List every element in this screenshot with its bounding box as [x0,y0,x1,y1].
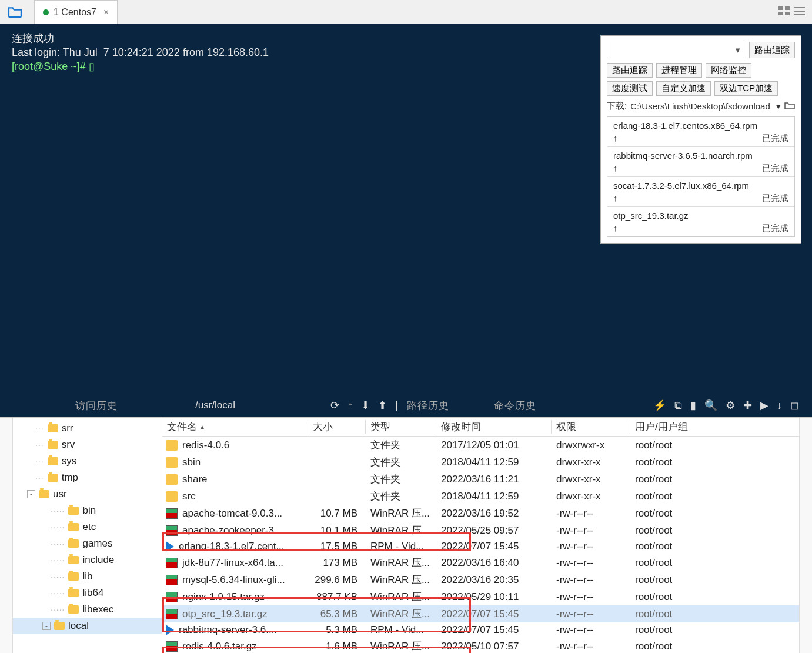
file-row[interactable]: apache-tomcat-9.0.3...10.7 MBWinRAR 压...… [162,505,799,522]
mid-toolbar: 访问历史 /usr/local ⟳ ↑ ⬇ ⬆ | 路径历史 命令历史 ⚡ ⧉ … [0,394,812,417]
col-header-perm[interactable]: 权限 [552,420,630,434]
download-item[interactable]: socat-1.7.3.2-5.el7.lux.x86_64.rpm ↑已完成 [607,177,794,207]
svg-rect-5 [794,11,805,12]
file-row[interactable]: jdk-8u77-linux-x64.ta...173 MBWinRAR 压..… [162,554,799,571]
file-row[interactable]: redis-4.0.6.tar.gz1.6 MBWinRAR 压...2022/… [162,638,799,653]
divider: | [395,399,398,412]
file-date: 2022/05/25 09:57 [436,525,552,537]
tool-btn-3[interactable]: 速度测试 [607,81,653,96]
tool-btn-0[interactable]: 路由追踪 [607,63,653,78]
download-arrow-icon[interactable]: ↓ [777,399,782,412]
file-row[interactable]: share文件夹2022/03/16 11:21drwxr-xr-xroot/r… [162,471,799,488]
file-row[interactable]: apache-zookeeper-3...10.1 MBWinRAR 压...2… [162,522,799,539]
tab-centos7[interactable]: 1 Centos7 × [34,0,118,24]
file-perm: drwxr-xr-x [552,457,630,468]
refresh-icon[interactable]: ⟳ [330,399,339,412]
cmd-history-link[interactable]: 命令历史 [494,399,536,412]
tree-item-usr[interactable]: -usr [13,486,162,502]
file-perm: drwxrwxr-x [552,439,630,451]
col-header-date[interactable]: 修改时间 [436,420,552,434]
col-header-size[interactable]: 大小 [308,420,366,434]
tree-item-lib64[interactable]: ·····lib64 [13,585,162,601]
tree-expand-icon[interactable]: - [27,490,35,498]
menu-icon[interactable] [793,6,806,16]
tree-item-games[interactable]: ·····games [13,535,162,552]
col-header-user[interactable]: 用户/用户组 [630,420,719,434]
folder-open-icon[interactable] [784,101,795,111]
download-item[interactable]: otp_src_19.3.tar.gz ↑已完成 [607,207,794,236]
file-type: WinRAR 压... [366,607,436,621]
chevron-down-icon[interactable]: ▾ [776,101,781,112]
file-type: WinRAR 压... [366,639,436,653]
col-header-type[interactable]: 类型 [366,420,436,434]
clipboard-icon[interactable]: ▮ [690,399,696,412]
file-date: 2022/07/07 15:45 [436,608,552,620]
folder-icon [166,440,178,451]
right-splitter[interactable] [799,418,812,653]
tree-item-srv[interactable]: ···srv [13,437,162,453]
visit-history-link[interactable]: 访问历史 [75,399,118,412]
tree-item-etc[interactable]: ·····etc [13,519,162,535]
file-row[interactable]: nginx-1.9.15.tar.gz887.7 KBWinRAR 压...20… [162,588,799,605]
file-user: root/root [630,624,719,636]
copy-icon[interactable]: ⧉ [674,399,682,412]
trace-button[interactable]: 路由追踪 [749,42,795,58]
file-size: 887.7 KB [308,591,366,603]
file-row[interactable]: erlang-18.3-1.el7.cent...17.5 MBRPM - Vi… [162,539,799,554]
file-perm: -rw-r--r-- [552,624,630,636]
tree-item-libexec[interactable]: ·····libexec [13,601,162,618]
file-perm: drwxr-xr-x [552,491,630,502]
download-icon[interactable]: ⬇ [361,399,370,412]
file-row[interactable]: rabbitmq-server-3.6....5.3 MBRPM - Vid..… [162,622,799,638]
play-icon[interactable]: ▶ [760,399,768,412]
tree-item-srr[interactable]: ···srr [13,420,162,437]
current-path[interactable]: /usr/local [195,399,235,411]
file-perm: -rw-r--r-- [552,574,630,586]
plus-icon[interactable]: ✚ [743,399,752,412]
left-splitter[interactable] [0,418,13,653]
file-row[interactable]: src文件夹2018/04/11 12:59drwxr-xr-xroot/roo… [162,488,799,505]
download-item[interactable]: rabbitmq-server-3.6.5-1.noarch.rpm ↑已完成 [607,147,794,177]
path-history-link[interactable]: 路径历史 [407,399,449,412]
file-type: WinRAR 压... [366,507,436,520]
tool-btn-4[interactable]: 自定义加速 [656,81,711,96]
folder-icon [166,457,178,468]
tree-item-bin[interactable]: ·····bin [13,502,162,519]
open-folder-icon[interactable] [7,5,24,18]
tool-btn-2[interactable]: 网络监控 [706,63,751,78]
tool-button-row: 路由追踪 进程管理 网络监控 速度测试 自定义加速 双边TCP加速 [607,63,795,96]
download-item[interactable]: erlang-18.3-1.el7.centos.x86_64.rpm ↑已完成 [607,117,794,147]
trace-dropdown-icon[interactable]: ▾ [732,45,744,55]
bolt-icon[interactable]: ⚡ [653,399,666,412]
tree-item-tmp[interactable]: ···tmp [13,469,162,486]
file-name: share [182,474,208,485]
file-perm: -rw-r--r-- [552,525,630,537]
tree-item-include[interactable]: ·····include [13,552,162,568]
file-row[interactable]: redis-4.0.6文件夹2017/12/05 01:01drwxrwxr-x… [162,437,799,454]
file-row[interactable]: otp_src_19.3.tar.gz65.3 MBWinRAR 压...202… [162,605,799,622]
folder-icon [68,539,79,548]
file-date: 2018/04/11 12:59 [436,457,552,468]
search-icon[interactable]: 🔍 [704,399,717,412]
tab-close-icon[interactable]: × [103,7,109,18]
tool-btn-1[interactable]: 进程管理 [656,63,702,78]
upload-to-icon[interactable]: ⬆ [378,399,387,412]
file-size: 10.1 MB [308,525,366,537]
tree-item-local[interactable]: -local [13,618,162,634]
tool-btn-5[interactable]: 双边TCP加速 [714,81,778,96]
tree-item-lib[interactable]: ·····lib [13,568,162,585]
trace-input[interactable] [607,42,732,58]
tree-item-sys[interactable]: ···sys [13,453,162,469]
col-header-name[interactable]: 文件名▲ [162,420,308,434]
gear-icon[interactable]: ⚙ [726,399,735,412]
grid-view-icon[interactable] [778,6,791,16]
stop-icon[interactable]: ◻ [790,399,799,412]
file-size: 17.5 MB [308,541,366,552]
file-row[interactable]: sbin文件夹2018/04/11 12:59drwxr-xr-xroot/ro… [162,454,799,471]
folder-icon [48,441,58,449]
file-size: 5.3 MB [308,624,366,636]
folder-icon [68,605,79,614]
tree-expand-icon[interactable]: - [42,622,51,630]
upload-icon[interactable]: ↑ [347,399,353,412]
file-row[interactable]: mysql-5.6.34-linux-gli...299.6 MBWinRAR … [162,571,799,588]
